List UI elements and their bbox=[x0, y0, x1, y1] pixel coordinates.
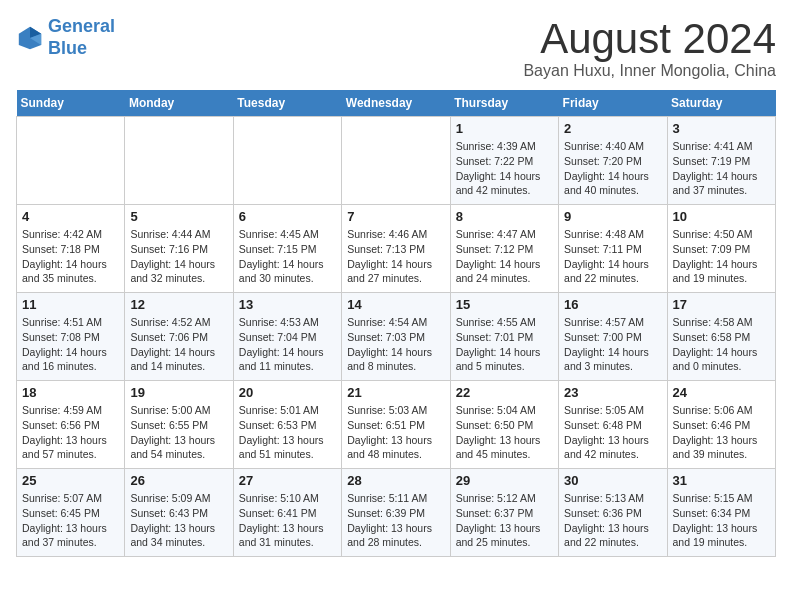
weekday-header-wednesday: Wednesday bbox=[342, 90, 450, 117]
weekday-header-tuesday: Tuesday bbox=[233, 90, 341, 117]
calendar-cell bbox=[342, 117, 450, 205]
calendar-cell: 15Sunrise: 4:55 AM Sunset: 7:01 PM Dayli… bbox=[450, 293, 558, 381]
day-number: 4 bbox=[22, 209, 119, 224]
weekday-header-saturday: Saturday bbox=[667, 90, 775, 117]
calendar-cell: 14Sunrise: 4:54 AM Sunset: 7:03 PM Dayli… bbox=[342, 293, 450, 381]
day-info: Sunrise: 5:06 AM Sunset: 6:46 PM Dayligh… bbox=[673, 403, 770, 462]
day-info: Sunrise: 5:00 AM Sunset: 6:55 PM Dayligh… bbox=[130, 403, 227, 462]
calendar-cell: 30Sunrise: 5:13 AM Sunset: 6:36 PM Dayli… bbox=[559, 469, 667, 557]
weekday-header-friday: Friday bbox=[559, 90, 667, 117]
day-number: 26 bbox=[130, 473, 227, 488]
day-info: Sunrise: 4:52 AM Sunset: 7:06 PM Dayligh… bbox=[130, 315, 227, 374]
day-info: Sunrise: 4:48 AM Sunset: 7:11 PM Dayligh… bbox=[564, 227, 661, 286]
day-number: 23 bbox=[564, 385, 661, 400]
day-info: Sunrise: 4:54 AM Sunset: 7:03 PM Dayligh… bbox=[347, 315, 444, 374]
day-info: Sunrise: 5:05 AM Sunset: 6:48 PM Dayligh… bbox=[564, 403, 661, 462]
calendar-table: SundayMondayTuesdayWednesdayThursdayFrid… bbox=[16, 90, 776, 557]
day-number: 22 bbox=[456, 385, 553, 400]
calendar-cell: 4Sunrise: 4:42 AM Sunset: 7:18 PM Daylig… bbox=[17, 205, 125, 293]
calendar-week-2: 4Sunrise: 4:42 AM Sunset: 7:18 PM Daylig… bbox=[17, 205, 776, 293]
calendar-cell: 26Sunrise: 5:09 AM Sunset: 6:43 PM Dayli… bbox=[125, 469, 233, 557]
day-number: 24 bbox=[673, 385, 770, 400]
calendar-cell: 25Sunrise: 5:07 AM Sunset: 6:45 PM Dayli… bbox=[17, 469, 125, 557]
logo-text: General Blue bbox=[48, 16, 115, 59]
calendar-cell: 22Sunrise: 5:04 AM Sunset: 6:50 PM Dayli… bbox=[450, 381, 558, 469]
day-info: Sunrise: 5:04 AM Sunset: 6:50 PM Dayligh… bbox=[456, 403, 553, 462]
day-info: Sunrise: 5:10 AM Sunset: 6:41 PM Dayligh… bbox=[239, 491, 336, 550]
calendar-cell bbox=[125, 117, 233, 205]
location-title: Bayan Huxu, Inner Mongolia, China bbox=[523, 62, 776, 80]
day-number: 20 bbox=[239, 385, 336, 400]
day-info: Sunrise: 5:03 AM Sunset: 6:51 PM Dayligh… bbox=[347, 403, 444, 462]
weekday-header-sunday: Sunday bbox=[17, 90, 125, 117]
calendar-cell: 13Sunrise: 4:53 AM Sunset: 7:04 PM Dayli… bbox=[233, 293, 341, 381]
day-info: Sunrise: 4:57 AM Sunset: 7:00 PM Dayligh… bbox=[564, 315, 661, 374]
calendar-cell bbox=[233, 117, 341, 205]
calendar-cell: 21Sunrise: 5:03 AM Sunset: 6:51 PM Dayli… bbox=[342, 381, 450, 469]
day-info: Sunrise: 4:40 AM Sunset: 7:20 PM Dayligh… bbox=[564, 139, 661, 198]
day-info: Sunrise: 4:51 AM Sunset: 7:08 PM Dayligh… bbox=[22, 315, 119, 374]
calendar-cell: 2Sunrise: 4:40 AM Sunset: 7:20 PM Daylig… bbox=[559, 117, 667, 205]
day-info: Sunrise: 5:13 AM Sunset: 6:36 PM Dayligh… bbox=[564, 491, 661, 550]
calendar-week-1: 1Sunrise: 4:39 AM Sunset: 7:22 PM Daylig… bbox=[17, 117, 776, 205]
day-number: 6 bbox=[239, 209, 336, 224]
calendar-week-4: 18Sunrise: 4:59 AM Sunset: 6:56 PM Dayli… bbox=[17, 381, 776, 469]
day-number: 31 bbox=[673, 473, 770, 488]
calendar-cell: 23Sunrise: 5:05 AM Sunset: 6:48 PM Dayli… bbox=[559, 381, 667, 469]
calendar-cell: 31Sunrise: 5:15 AM Sunset: 6:34 PM Dayli… bbox=[667, 469, 775, 557]
day-info: Sunrise: 4:55 AM Sunset: 7:01 PM Dayligh… bbox=[456, 315, 553, 374]
weekday-header-thursday: Thursday bbox=[450, 90, 558, 117]
calendar-cell: 3Sunrise: 4:41 AM Sunset: 7:19 PM Daylig… bbox=[667, 117, 775, 205]
calendar-cell: 1Sunrise: 4:39 AM Sunset: 7:22 PM Daylig… bbox=[450, 117, 558, 205]
day-info: Sunrise: 4:41 AM Sunset: 7:19 PM Dayligh… bbox=[673, 139, 770, 198]
calendar-cell: 19Sunrise: 5:00 AM Sunset: 6:55 PM Dayli… bbox=[125, 381, 233, 469]
calendar-cell: 16Sunrise: 4:57 AM Sunset: 7:00 PM Dayli… bbox=[559, 293, 667, 381]
calendar-cell: 18Sunrise: 4:59 AM Sunset: 6:56 PM Dayli… bbox=[17, 381, 125, 469]
weekday-header-row: SundayMondayTuesdayWednesdayThursdayFrid… bbox=[17, 90, 776, 117]
day-info: Sunrise: 4:45 AM Sunset: 7:15 PM Dayligh… bbox=[239, 227, 336, 286]
calendar-cell: 17Sunrise: 4:58 AM Sunset: 6:58 PM Dayli… bbox=[667, 293, 775, 381]
calendar-week-3: 11Sunrise: 4:51 AM Sunset: 7:08 PM Dayli… bbox=[17, 293, 776, 381]
logo-icon bbox=[16, 24, 44, 52]
day-number: 27 bbox=[239, 473, 336, 488]
day-info: Sunrise: 5:01 AM Sunset: 6:53 PM Dayligh… bbox=[239, 403, 336, 462]
day-number: 28 bbox=[347, 473, 444, 488]
calendar-cell: 8Sunrise: 4:47 AM Sunset: 7:12 PM Daylig… bbox=[450, 205, 558, 293]
day-info: Sunrise: 4:53 AM Sunset: 7:04 PM Dayligh… bbox=[239, 315, 336, 374]
calendar-cell: 24Sunrise: 5:06 AM Sunset: 6:46 PM Dayli… bbox=[667, 381, 775, 469]
calendar-cell: 12Sunrise: 4:52 AM Sunset: 7:06 PM Dayli… bbox=[125, 293, 233, 381]
day-number: 30 bbox=[564, 473, 661, 488]
day-info: Sunrise: 4:50 AM Sunset: 7:09 PM Dayligh… bbox=[673, 227, 770, 286]
day-number: 21 bbox=[347, 385, 444, 400]
day-number: 17 bbox=[673, 297, 770, 312]
day-info: Sunrise: 4:47 AM Sunset: 7:12 PM Dayligh… bbox=[456, 227, 553, 286]
calendar-cell: 29Sunrise: 5:12 AM Sunset: 6:37 PM Dayli… bbox=[450, 469, 558, 557]
day-number: 15 bbox=[456, 297, 553, 312]
day-info: Sunrise: 5:09 AM Sunset: 6:43 PM Dayligh… bbox=[130, 491, 227, 550]
weekday-header-monday: Monday bbox=[125, 90, 233, 117]
calendar-cell: 10Sunrise: 4:50 AM Sunset: 7:09 PM Dayli… bbox=[667, 205, 775, 293]
day-number: 9 bbox=[564, 209, 661, 224]
day-info: Sunrise: 4:42 AM Sunset: 7:18 PM Dayligh… bbox=[22, 227, 119, 286]
day-number: 8 bbox=[456, 209, 553, 224]
day-info: Sunrise: 5:15 AM Sunset: 6:34 PM Dayligh… bbox=[673, 491, 770, 550]
day-info: Sunrise: 5:07 AM Sunset: 6:45 PM Dayligh… bbox=[22, 491, 119, 550]
day-info: Sunrise: 4:58 AM Sunset: 6:58 PM Dayligh… bbox=[673, 315, 770, 374]
day-number: 1 bbox=[456, 121, 553, 136]
day-info: Sunrise: 5:11 AM Sunset: 6:39 PM Dayligh… bbox=[347, 491, 444, 550]
calendar-cell: 27Sunrise: 5:10 AM Sunset: 6:41 PM Dayli… bbox=[233, 469, 341, 557]
logo: General Blue bbox=[16, 16, 115, 59]
calendar-cell: 7Sunrise: 4:46 AM Sunset: 7:13 PM Daylig… bbox=[342, 205, 450, 293]
logo-line1: General bbox=[48, 16, 115, 36]
logo-line2: Blue bbox=[48, 38, 87, 58]
month-title: August 2024 bbox=[523, 16, 776, 62]
day-number: 13 bbox=[239, 297, 336, 312]
title-block: August 2024 Bayan Huxu, Inner Mongolia, … bbox=[523, 16, 776, 80]
calendar-cell: 5Sunrise: 4:44 AM Sunset: 7:16 PM Daylig… bbox=[125, 205, 233, 293]
day-number: 25 bbox=[22, 473, 119, 488]
calendar-cell: 9Sunrise: 4:48 AM Sunset: 7:11 PM Daylig… bbox=[559, 205, 667, 293]
day-number: 19 bbox=[130, 385, 227, 400]
calendar-cell: 28Sunrise: 5:11 AM Sunset: 6:39 PM Dayli… bbox=[342, 469, 450, 557]
calendar-cell: 6Sunrise: 4:45 AM Sunset: 7:15 PM Daylig… bbox=[233, 205, 341, 293]
calendar-week-5: 25Sunrise: 5:07 AM Sunset: 6:45 PM Dayli… bbox=[17, 469, 776, 557]
